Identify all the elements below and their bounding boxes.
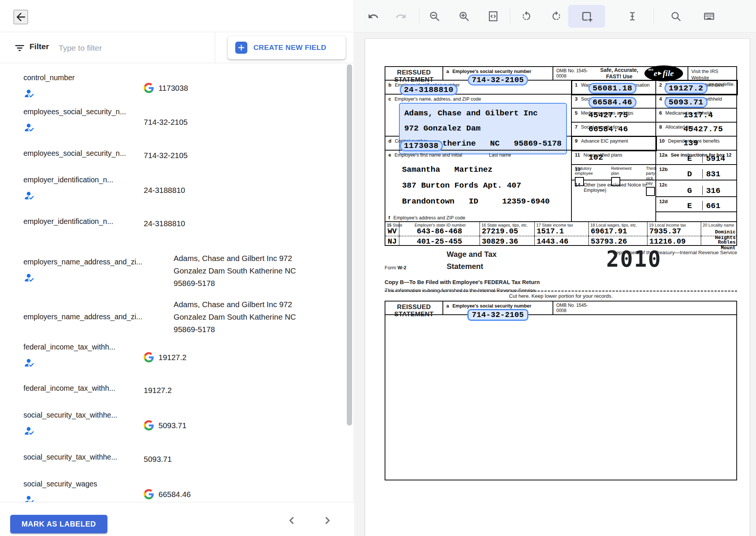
state-header: 19 Local income tax xyxy=(647,222,701,227)
last-name-label: Last name xyxy=(489,152,511,158)
state-col-3: 17 State income tax1517.11443.46 xyxy=(535,222,589,245)
field-value: 19127.2 xyxy=(158,351,186,364)
field-list-item[interactable]: employers_name_address_and_zi...Adams, C… xyxy=(0,291,346,338)
field-list-item[interactable]: employer_identification_n...24-3188810 xyxy=(0,171,346,212)
box-value: 1173038 xyxy=(400,140,443,151)
user-verified-icon xyxy=(23,357,137,368)
box-12a-code: E xyxy=(687,154,692,163)
filter-icon xyxy=(14,43,25,53)
state-col-5: 19 Local income tax7935.3711216.09 xyxy=(647,222,701,245)
box-7-cell: 7Social security tips66584.46 xyxy=(572,123,656,137)
state-col-2: 16 State wages, tips, etc.27219.0530829.… xyxy=(480,222,535,245)
box-6-cell: 6Medicare tax withheld1317.4 xyxy=(656,109,736,123)
text-select-button[interactable] xyxy=(624,8,641,25)
google-extracted-icon xyxy=(144,352,154,362)
field-list-item[interactable]: social_security_tax_withhe...5093.71 xyxy=(0,406,346,448)
field-list-item[interactable]: employers_name_address_and_zi...Adams, C… xyxy=(0,245,346,291)
state-row-value: 1443.46 xyxy=(535,237,588,246)
field-list-item[interactable]: federal_income_tax_withh...19127.2 xyxy=(0,379,346,406)
box-2-cell: 2Federal income tax withheld19127.2 xyxy=(656,81,736,95)
field-value: 19127.2 xyxy=(144,384,172,396)
efile-logo: IRSefile xyxy=(644,65,683,81)
field-name-label: employer_identification_n... xyxy=(23,176,137,184)
add-bounding-box-button[interactable] xyxy=(568,5,605,28)
field-value: 5093.71 xyxy=(144,453,172,465)
filter-input[interactable] xyxy=(59,39,208,57)
ssn-cell: aEmployee's social security number714-32… xyxy=(443,67,553,81)
field-list-item[interactable]: federal_income_tax_withh...19127.2 xyxy=(0,338,346,379)
form-w2-label: Form W-2 xyxy=(385,265,407,270)
mark-as-labeled-button[interactable]: MARK AS LABELED xyxy=(10,515,107,533)
create-new-field-button[interactable]: CREATE NEW FIELD xyxy=(228,36,346,59)
field-list-item[interactable]: control_number1173038 xyxy=(0,68,346,103)
field-name-label: employees_social_security_n... xyxy=(23,149,137,158)
field-value: 5093.71 xyxy=(158,419,186,432)
state-row-divider xyxy=(385,236,399,236)
zoom-in-button[interactable] xyxy=(455,8,473,25)
box-12a-value: 5914 xyxy=(702,154,725,163)
box-12c-value: 316 xyxy=(702,186,720,195)
zoom-out-button[interactable] xyxy=(426,8,443,25)
state-row-value: 401-25-455 xyxy=(399,237,480,246)
search-button[interactable] xyxy=(667,8,685,25)
box-label: 12c xyxy=(656,180,736,188)
rotate-right-button[interactable] xyxy=(548,8,565,25)
field-name-label: employers_name_address_and_zi... xyxy=(23,312,137,321)
state-header: 17 State income tax xyxy=(535,222,588,227)
field-value: Adams, Chase and Gilbert Inc 972 Gonzale… xyxy=(174,252,321,289)
box-value: 19127.2 xyxy=(664,83,708,94)
field-list-item[interactable]: employees_social_security_n...714-32-210… xyxy=(0,144,346,171)
field-name-label: social_security_tax_withhe... xyxy=(23,453,137,461)
field-name-label: social_security_wages xyxy=(23,480,137,488)
google-extracted-icon xyxy=(144,489,154,499)
field-list-item[interactable]: employees_social_security_n...714-32-210… xyxy=(0,103,346,144)
back-button[interactable] xyxy=(14,10,28,24)
visit-irs-text: Visit the IRS Websiteat www.irs.gov/efil… xyxy=(688,67,736,80)
next-page-button[interactable] xyxy=(321,513,336,528)
previous-page-button[interactable] xyxy=(286,513,301,528)
box-label: eEmployee's first name and initialLast n… xyxy=(385,151,571,158)
box-label: 12d xyxy=(656,197,736,204)
field-list-scrollbar[interactable] xyxy=(347,64,352,426)
state-row-value: WV xyxy=(385,227,399,236)
checkbox-group: Third-partysick pay xyxy=(646,166,657,180)
cut-here-line: Cut here. Keep lower portion for your re… xyxy=(385,291,737,302)
state-row-value: 69617.91 xyxy=(589,227,647,236)
omb-number: OMB No. 1545-0008 xyxy=(553,68,597,79)
box-12a-cell: 12aSee instructions for box 12E5914 xyxy=(656,151,736,165)
document-page[interactable]: REISSUEDSTATEMENTaEmployee's social secu… xyxy=(365,39,750,536)
state-row-divider xyxy=(535,236,588,236)
field-list-panel: Filter CREATE NEW FIELD control_number11… xyxy=(0,0,354,536)
redo-button[interactable] xyxy=(392,8,410,25)
box-12b-value: 831 xyxy=(702,169,720,179)
reissued-cell: REISSUEDSTATEMENT xyxy=(385,301,443,315)
box-value: 139 xyxy=(683,139,698,148)
box-4-cell: 4Social security tax withheld5093.71 xyxy=(656,95,736,109)
rotate-left-button[interactable] xyxy=(518,8,535,25)
omb-number: OMB No. 1545-0008 xyxy=(553,303,593,313)
field-value: 24-3188810 xyxy=(144,217,185,230)
filter-label: Filter xyxy=(29,42,49,51)
box-12c-cell: 12cG316 xyxy=(656,180,736,197)
field-list-item[interactable]: social_security_tax_withhe...5093.71 xyxy=(0,448,346,475)
undo-button[interactable] xyxy=(365,8,382,25)
keyboard-button[interactable] xyxy=(700,8,718,25)
fit-width-button[interactable] xyxy=(484,8,502,25)
field-list-item[interactable]: employer_identification_n...24-3188810 xyxy=(0,212,346,245)
toolbar-divider xyxy=(654,8,654,24)
state-header: Employer's state ID number xyxy=(399,222,480,227)
box-value: 1317.4 xyxy=(683,111,713,120)
ssn-cell: aEmployee's social security number714-32… xyxy=(443,301,553,315)
box-8-cell: 8Allocated tips45427.75 xyxy=(656,123,736,137)
w2-form-copy-c: REISSUEDSTATEMENTaEmployee's social secu… xyxy=(385,301,737,480)
state-col-4: 18 Local wages, tips, etc.69617.9153793.… xyxy=(589,222,647,245)
state-row-divider xyxy=(647,236,701,236)
ein-cell: bEmployer identification number24-318881… xyxy=(385,81,572,95)
field-name-label: federal_income_tax_withh... xyxy=(23,343,137,351)
state-col-0: 15 StateWVNJ xyxy=(385,222,399,245)
document-viewer: REISSUEDSTATEMENTaEmployee's social secu… xyxy=(354,0,756,536)
bottom-bar: MARK AS LABELED xyxy=(0,502,354,536)
box-11-cell: 11Nonqualified plans102 xyxy=(572,151,656,165)
field-list-item[interactable]: social_security_wages66584.46 xyxy=(0,475,346,502)
google-extracted-icon xyxy=(144,83,154,93)
